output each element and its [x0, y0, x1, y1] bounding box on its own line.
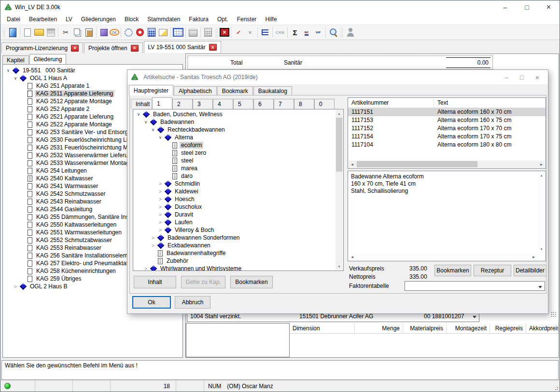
tree-item[interactable]: marea — [133, 164, 335, 172]
register-tab-6[interactable]: 6 — [253, 99, 274, 109]
search-magnifier-icon[interactable] — [327, 27, 339, 38]
bookmarken-button[interactable]: Bookmarken — [230, 276, 273, 288]
ok-button[interactable]: Ok — [132, 296, 171, 309]
scrollbar-thumb[interactable] — [336, 118, 342, 172]
register-tab-8[interactable]: 8 — [294, 99, 314, 109]
register-tab-0[interactable]: 0 — [314, 99, 335, 109]
menu-fenster[interactable]: Fenster — [233, 15, 261, 24]
expand-chevron-icon[interactable]: > — [157, 228, 164, 232]
new-document-icon[interactable] — [22, 27, 33, 38]
menu-stammdaten[interactable]: Stammdaten — [143, 15, 184, 24]
menu-gliederungen[interactable]: Gliederungen — [77, 15, 120, 24]
abbruch-button[interactable]: Abbruch — [175, 296, 210, 309]
table-row[interactable]: 1117104Alterna ecoform 180 x 80 cm — [348, 141, 546, 149]
document-tab-lv-19-551-000-sanitär[interactable]: LV 19-551 000 Sanitär× — [144, 41, 221, 53]
table-horizontal-scrollbar[interactable]: ◀ ▶ — [349, 161, 545, 168]
faktorentabelle-combobox[interactable] — [405, 281, 545, 291]
table-row[interactable]: 1117152Alterna ecoform 170 x 70 cm — [348, 124, 546, 133]
tree-item[interactable]: ∨Rechteckbadewannen — [133, 126, 335, 134]
expand-chevron-icon[interactable]: > — [157, 197, 164, 202]
document-tab-programm-lizenzierung[interactable]: Programm-Lizenzierung× — [1, 42, 83, 53]
document-check-icon[interactable]: ✓ — [233, 27, 244, 38]
expand-chevron-icon[interactable]: ∨ — [157, 135, 164, 140]
table-row[interactable]: 1117153Alterna ecoform 160 x 75 cm — [348, 116, 546, 124]
inhalt-button[interactable]: Inhalt — [134, 276, 176, 288]
document-inc-icon[interactable]: INC — [301, 27, 312, 38]
tab-gliederung[interactable]: Gliederung — [29, 54, 67, 64]
description-horizontal-scrollbar[interactable]: ◀ ▶ — [349, 253, 537, 260]
tree-item[interactable]: >Eckbadewannen — [133, 242, 335, 249]
column-header-montagezeit[interactable]: Montagezeit — [447, 323, 490, 333]
tab-alphabetisch[interactable]: Alphabetisch — [174, 86, 217, 95]
toolbar-grip-icon[interactable] — [2, 27, 5, 37]
calculator-disabled-icon[interactable] — [202, 27, 214, 38]
tree-item[interactable]: >Villeroy & Boch — [133, 226, 335, 234]
register-tab-3[interactable]: 3 — [193, 99, 213, 109]
tree-item[interactable]: daro — [133, 172, 335, 180]
cut-icon[interactable]: ✂ — [60, 27, 71, 38]
dialog-minimize-icon[interactable]: – — [499, 70, 514, 84]
print-icon[interactable] — [187, 27, 199, 38]
user-disabled-icon[interactable] — [345, 27, 356, 38]
expand-chevron-icon[interactable]: > — [150, 235, 156, 240]
scroll-left-icon[interactable]: ◀ — [349, 161, 356, 168]
expand-chevron-icon[interactable]: > — [157, 181, 164, 186]
calculator-icon[interactable] — [146, 27, 157, 38]
document-delete-disabled-icon[interactable]: × — [244, 27, 256, 38]
expand-chevron-icon[interactable]: ∨ — [142, 120, 149, 124]
tree-item[interactable]: Badewannenhaltegriffe — [133, 249, 335, 257]
column-header-text[interactable]: Text — [434, 98, 546, 108]
rezeptur-button[interactable]: Rezeptur — [474, 265, 511, 276]
close-icon[interactable]: × — [538, 0, 560, 14]
maximize-icon[interactable]: □ — [516, 0, 538, 14]
indent-structure-icon[interactable] — [259, 27, 271, 38]
dropdown-arrow-icon[interactable] — [473, 316, 476, 318]
column-header-artikelnummer[interactable]: Artikelnummer — [348, 98, 434, 108]
column-header-akkordpreis[interactable]: Akkordpreis — [526, 323, 559, 333]
tree-item[interactable]: >Duscholux — [133, 203, 335, 211]
scroll-down-icon[interactable]: ▼ — [538, 245, 545, 253]
scroll-right-icon[interactable]: ▶ — [530, 253, 537, 260]
toolbar-grip-icon[interactable] — [340, 27, 343, 37]
gehe-zu-kap-button[interactable]: Gehe zu Kap. — [181, 276, 225, 288]
expand-chevron-icon[interactable]: > — [12, 284, 19, 289]
column-header-materialpreis[interactable]: Materialpreis — [403, 323, 447, 333]
expand-chevron-icon[interactable]: > — [150, 243, 156, 248]
column-header-dimension[interactable]: Dimension — [290, 323, 355, 333]
register-tab-2[interactable]: 2 — [172, 99, 193, 109]
menu-hilfe[interactable]: Hilfe — [261, 15, 281, 24]
scroll-left-icon[interactable]: ◀ — [349, 253, 356, 260]
expand-chevron-icon[interactable]: > — [157, 204, 164, 209]
tree-item[interactable]: >Hoesch — [133, 195, 335, 203]
tree-item[interactable]: >Duravit — [133, 211, 335, 218]
tree-vertical-scrollbar[interactable]: ▲ ▼ — [336, 110, 343, 270]
delete-red-x-icon[interactable]: × — [220, 28, 229, 37]
tab-kapitel[interactable]: Kapitel — [2, 55, 29, 64]
table-row[interactable]: 1117151Alterna ecoform 160 x 70 cm — [348, 108, 546, 116]
image-warning-icon[interactable] — [157, 27, 169, 38]
paste-icon[interactable] — [83, 27, 95, 38]
menu-faktura[interactable]: Faktura — [184, 15, 213, 24]
tree-item[interactable]: >Kaldewei — [133, 188, 335, 195]
tree-item[interactable]: steel zero — [133, 149, 335, 157]
column-header-menge[interactable]: Menge — [355, 323, 403, 333]
detailbilder-button[interactable]: Detailbilder — [514, 265, 546, 276]
exit-door-icon[interactable] — [7, 27, 18, 38]
tree-item[interactable]: ∨Baden, Duschen, Wellness — [133, 110, 335, 118]
copy-icon[interactable] — [71, 27, 83, 38]
document-tab-projekte-öffnen[interactable]: Projekte öffnen× — [84, 42, 143, 53]
column-header-regiepreis[interactable]: Regiepreis — [490, 323, 526, 333]
tree-item[interactable]: ∨Alterna — [133, 134, 335, 141]
menu-bearbeiten[interactable]: Bearbeiten — [25, 15, 61, 24]
de-badge-icon[interactable]: DE — [110, 29, 119, 36]
expand-chevron-icon[interactable]: ∨ — [5, 68, 12, 73]
menu-datei[interactable]: Datei — [2, 15, 25, 24]
package-de-icon[interactable] — [98, 27, 110, 38]
tab-bookmark[interactable]: Bookmark — [217, 86, 253, 95]
tree-item[interactable]: >Laufen — [133, 218, 335, 226]
tree-item[interactable]: >Badewannen Sonderformen — [133, 234, 335, 242]
menu-opt[interactable]: Opt. — [213, 15, 233, 24]
document-vhf-icon[interactable]: VHF — [312, 27, 324, 38]
tab-hauptregister[interactable]: Hauptregister — [129, 85, 173, 95]
save-icon[interactable] — [45, 27, 56, 38]
